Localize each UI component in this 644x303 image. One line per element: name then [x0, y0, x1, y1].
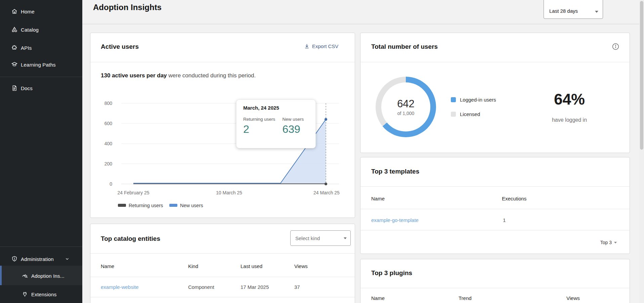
info-icon[interactable] [612, 43, 619, 50]
sidebar-item-label: Catalog [21, 27, 39, 33]
top-templates-title: Top 3 templates [371, 168, 419, 175]
tooltip-new-users: New users 639 [282, 117, 312, 136]
catalog-icon [11, 26, 18, 33]
divider [360, 209, 630, 209]
learning-paths-icon [11, 61, 18, 68]
top-plugins-card: Top 3 plugins Name Trend Views [360, 259, 630, 303]
scrollbar-thumb[interactable] [640, 1, 643, 150]
sidebar-item-learning-paths[interactable]: Learning Paths [0, 58, 82, 71]
top-templates-card: Top 3 templates Name Executions example-… [360, 157, 630, 254]
donut-legend-logged-in: Logged-in users [451, 97, 496, 103]
divider [360, 288, 630, 288]
catalog-col-kind: Kind [188, 263, 198, 269]
date-range-select[interactable]: Last 28 days [544, 0, 603, 19]
sidebar-item-extensions[interactable]: Extensions [0, 288, 82, 301]
sidebar-item-label: Extensions [31, 292, 56, 297]
export-csv-label: Export CSV [312, 43, 338, 49]
legend-swatch-returning-users [118, 204, 126, 207]
donut-center-value: 642 [397, 98, 415, 110]
legend-label-new-users: New users [180, 203, 203, 208]
page-title: Adoption Insights [93, 3, 162, 12]
divider [90, 253, 355, 254]
sidebar-item-catalog[interactable]: Catalog [0, 23, 82, 36]
legend-label-returning-users: Returning users [129, 203, 163, 208]
templates-col-name: Name [371, 196, 385, 201]
y-tick-0: 0 [110, 181, 112, 187]
administration-shield-icon [11, 256, 18, 262]
sidebar-divider [0, 77, 82, 77]
extensions-plug-icon [22, 291, 28, 298]
sidebar-item-administration[interactable]: Administration [0, 252, 82, 266]
y-tick-200: 200 [104, 161, 113, 166]
catalog-views-value: 37 [294, 284, 300, 290]
donut-center: 642 of 1,000 [381, 82, 430, 131]
legend-swatch-logged-in [451, 97, 456, 102]
select-kind-dropdown[interactable]: Select kind [290, 230, 351, 246]
docs-icon [11, 85, 18, 91]
sidebar: Home Catalog APIs Learning Paths Docs Ad… [0, 0, 82, 303]
logged-in-percentage-sub: have logged in [538, 117, 601, 123]
sidebar-item-label: Adoption Ins... [31, 273, 65, 279]
api-puzzle-icon [11, 44, 18, 51]
catalog-entities-title: Top catalog entities [101, 235, 160, 242]
top-plugins-title: Top 3 plugins [371, 269, 412, 277]
sidebar-item-label: Docs [21, 85, 33, 91]
header-divider [82, 24, 640, 24]
adoption-insights-icon [22, 272, 28, 279]
chart-tooltip: March, 24 2025 Returning users 2 New use… [236, 100, 316, 148]
x-tick-0: 24 February 25 [118, 190, 149, 195]
tooltip-returning-users: Returning users 2 [243, 117, 277, 136]
catalog-col-name: Name [101, 263, 114, 269]
divider [90, 277, 355, 277]
sidebar-item-label: Home [21, 9, 35, 14]
sidebar-item-docs[interactable]: Docs [0, 81, 82, 95]
plugins-col-views: Views [566, 295, 580, 301]
catalog-col-views: Views [294, 263, 308, 269]
sidebar-item-adoption-insights[interactable]: Adoption Ins... [0, 269, 82, 282]
caret-down-icon [614, 241, 617, 244]
catalog-kind-value: Component [188, 284, 214, 290]
templates-page-size-value: Top 3 [600, 240, 612, 245]
tooltip-returning-label: Returning users [243, 117, 277, 122]
sidebar-item-home[interactable]: Home [0, 5, 82, 18]
tooltip-date: March, 24 2025 [243, 105, 315, 111]
x-tick-1: 10 March 25 [216, 190, 242, 195]
tooltip-new-value: 639 [282, 123, 312, 136]
caret-down-icon [343, 237, 347, 239]
card-header-divider [360, 62, 630, 62]
date-range-value: Last 28 days [549, 8, 578, 14]
templates-col-executions: Executions [502, 196, 526, 201]
sidebar-item-apis[interactable]: APIs [0, 41, 82, 54]
export-csv-button[interactable]: Export CSV [304, 43, 338, 49]
legend-label-licensed: Licensed [460, 111, 480, 117]
logged-in-users-donut: 642 of 1,000 [376, 77, 436, 137]
y-tick-600: 600 [104, 121, 113, 126]
donut-legend-licensed: Licensed [451, 111, 480, 117]
select-kind-placeholder: Select kind [295, 235, 320, 241]
legend-swatch-licensed [451, 112, 456, 117]
sidebar-item-label: Administration [21, 256, 54, 262]
adoption-insights-page: Home Catalog APIs Learning Paths Docs Ad… [0, 0, 644, 303]
templates-page-size-select[interactable]: Top 3 [562, 240, 617, 245]
legend-swatch-new-users [169, 204, 177, 207]
sidebar-item-label: Learning Paths [21, 62, 56, 68]
divider [360, 230, 630, 230]
caret-down-icon [595, 10, 599, 13]
home-icon [11, 8, 18, 15]
divider [360, 186, 630, 187]
catalog-last-used-value: 17 Mar 2025 [241, 284, 269, 290]
top-catalog-entities-card: Top catalog entities Select kind Name Ki… [90, 224, 355, 303]
divider [90, 297, 355, 297]
hover-point-returning-users [325, 183, 327, 185]
template-link-example-go-template[interactable]: example-go-template [371, 217, 419, 223]
active-users-card-title: Active users [101, 43, 139, 50]
total-users-card-title: Total number of users [371, 43, 438, 50]
tooltip-returning-value: 2 [243, 123, 277, 136]
hover-point-new-users [325, 118, 327, 121]
y-tick-400: 400 [104, 141, 113, 146]
y-tick-800: 800 [104, 101, 113, 106]
tooltip-new-label: New users [282, 117, 312, 122]
x-tick-2: 24 March 25 [313, 190, 340, 195]
sidebar-item-label: APIs [21, 45, 32, 51]
catalog-link-example-website[interactable]: example-website [101, 284, 139, 290]
